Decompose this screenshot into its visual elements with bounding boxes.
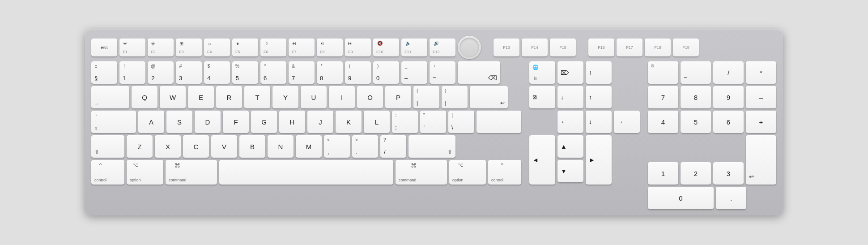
- key-z[interactable]: Z: [127, 135, 153, 158]
- key-section-sign[interactable]: ±§: [91, 61, 117, 84]
- key-arrow-left-bottom[interactable]: ◄: [529, 135, 555, 185]
- key-7[interactable]: &7: [289, 61, 315, 84]
- key-f15[interactable]: F15: [550, 39, 576, 56]
- key-arrow-down[interactable]: ↓: [586, 111, 612, 133]
- key-f2[interactable]: ✳F2: [148, 39, 174, 56]
- key-forward-delete[interactable]: ⌦: [557, 61, 583, 84]
- key-q[interactable]: Q: [132, 86, 157, 108]
- key-return[interactable]: ↩: [470, 86, 508, 108]
- key-5[interactable]: %5: [232, 61, 258, 84]
- key-n[interactable]: N: [268, 135, 294, 158]
- key-np-clear[interactable]: ⊠: [648, 61, 678, 84]
- key-w[interactable]: W: [160, 86, 186, 108]
- key-9[interactable]: (9: [345, 61, 371, 84]
- key-f12[interactable]: 🔊F12: [430, 39, 455, 56]
- key-f18[interactable]: F18: [645, 39, 671, 56]
- key-nav-down2[interactable]: ▼: [557, 160, 583, 182]
- key-6[interactable]: ^6: [260, 61, 286, 84]
- key-command-left[interactable]: ⌘ command: [166, 160, 217, 185]
- key-3[interactable]: #3: [176, 61, 202, 84]
- key-nav-up2[interactable]: ▲: [557, 135, 583, 158]
- key-c[interactable]: C: [183, 135, 209, 158]
- key-page-down[interactable]: ↓: [557, 86, 583, 108]
- key-h[interactable]: H: [279, 111, 305, 133]
- key-f1[interactable]: ☀F1: [119, 39, 145, 56]
- key-f9[interactable]: ⏭F9: [345, 39, 371, 56]
- key-1[interactable]: !1: [119, 61, 145, 84]
- key-np-multiply[interactable]: *: [746, 61, 776, 84]
- key-help[interactable]: ⊠: [529, 86, 555, 108]
- key-np-decimal[interactable]: .: [716, 187, 746, 209]
- key-y[interactable]: Y: [272, 86, 298, 108]
- key-4[interactable]: $4: [204, 61, 230, 84]
- key-o[interactable]: O: [357, 86, 383, 108]
- key-np-2[interactable]: 2: [681, 162, 711, 185]
- key-np-7[interactable]: 7: [648, 86, 678, 108]
- key-np-3[interactable]: 3: [713, 162, 744, 185]
- key-comma[interactable]: <,: [324, 135, 350, 158]
- key-b[interactable]: B: [239, 135, 265, 158]
- key-p[interactable]: P: [385, 86, 411, 108]
- key-page-up-arrow[interactable]: ↑: [586, 61, 612, 84]
- key-k[interactable]: K: [336, 111, 362, 133]
- key-minus[interactable]: _–: [401, 61, 427, 84]
- key-np-5[interactable]: 5: [681, 111, 711, 133]
- key-backslash[interactable]: |\: [448, 111, 474, 133]
- key-space[interactable]: [219, 160, 393, 185]
- key-np-8[interactable]: 8: [681, 86, 711, 108]
- key-f11[interactable]: 🔈F11: [401, 39, 427, 56]
- key-8[interactable]: *8: [317, 61, 343, 84]
- key-f17[interactable]: F17: [617, 39, 642, 56]
- key-2[interactable]: @2: [148, 61, 174, 84]
- key-esc[interactable]: esc: [91, 39, 117, 56]
- key-f10[interactable]: 🔇F10: [373, 39, 399, 56]
- key-t[interactable]: T: [244, 86, 270, 108]
- key-np-9[interactable]: 9: [713, 86, 744, 108]
- key-a[interactable]: A: [138, 111, 164, 133]
- key-tab[interactable]: →: [91, 86, 129, 108]
- key-delete[interactable]: ⌫: [458, 61, 500, 84]
- key-x[interactable]: X: [155, 135, 181, 158]
- key-f19[interactable]: F19: [673, 39, 699, 56]
- key-m[interactable]: M: [296, 135, 322, 158]
- key-globe-fn[interactable]: 🌐 fn: [529, 61, 555, 84]
- key-f6[interactable]: ☽F6: [260, 39, 286, 56]
- key-np-enter[interactable]: ↩: [746, 135, 776, 185]
- key-semicolon[interactable]: :;: [392, 111, 418, 133]
- key-arrow-right-bottom[interactable]: ►: [586, 135, 612, 185]
- key-control-left[interactable]: ^ control: [91, 160, 124, 185]
- key-option-left[interactable]: ⌥ option: [127, 160, 163, 185]
- key-0[interactable]: )0: [373, 61, 399, 84]
- key-quote[interactable]: "': [420, 111, 446, 133]
- key-np-divide[interactable]: /: [713, 61, 744, 84]
- key-arrow-up[interactable]: ↑: [586, 86, 612, 108]
- key-np-plus[interactable]: +: [746, 111, 776, 133]
- key-control-right[interactable]: ^ control: [488, 160, 521, 185]
- touch-id-button[interactable]: [458, 36, 481, 59]
- key-shift-left[interactable]: ⇧: [91, 135, 124, 158]
- key-arrow-right[interactable]: →: [614, 111, 640, 133]
- key-f3[interactable]: ⊞F3: [176, 39, 202, 56]
- key-np-1[interactable]: 1: [648, 162, 678, 185]
- key-r[interactable]: R: [216, 86, 242, 108]
- key-np-equals[interactable]: =: [681, 61, 711, 84]
- key-j[interactable]: J: [307, 111, 333, 133]
- key-d[interactable]: D: [195, 111, 221, 133]
- key-f5[interactable]: ♦F5: [232, 39, 258, 56]
- key-arrow-left[interactable]: ←: [557, 111, 583, 133]
- key-shift-right[interactable]: ⇧: [408, 135, 455, 158]
- key-np-0[interactable]: 0: [648, 187, 714, 209]
- key-period[interactable]: >.: [352, 135, 378, 158]
- key-i[interactable]: I: [329, 86, 355, 108]
- key-v[interactable]: V: [211, 135, 237, 158]
- key-enter[interactable]: [477, 111, 521, 133]
- key-f14[interactable]: F14: [522, 39, 548, 56]
- key-l[interactable]: L: [364, 111, 390, 133]
- key-np-minus[interactable]: –: [746, 86, 776, 108]
- key-np-6[interactable]: 6: [713, 111, 744, 133]
- key-np-4[interactable]: 4: [648, 111, 678, 133]
- key-caps-lock[interactable]: • ⇪: [91, 111, 136, 133]
- key-u[interactable]: U: [301, 86, 327, 108]
- key-f7[interactable]: ⏮F7: [289, 39, 315, 56]
- key-option-right[interactable]: ⌥ option: [449, 160, 486, 185]
